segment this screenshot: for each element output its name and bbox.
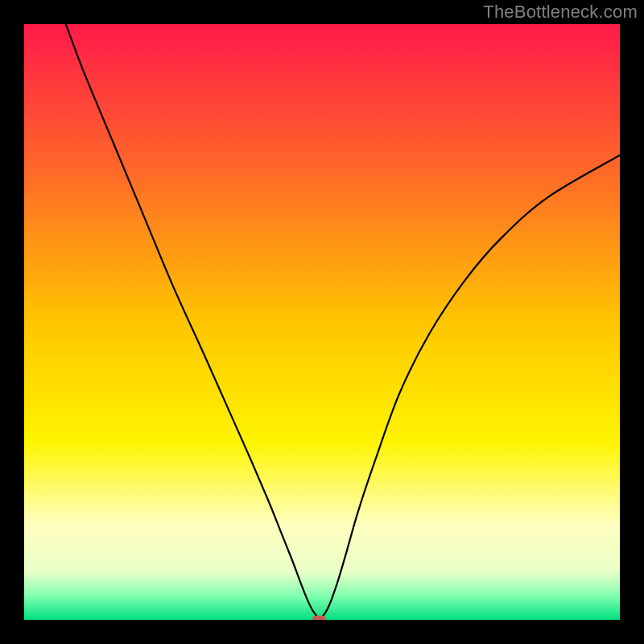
app-frame: TheBottleneck.com <box>0 0 644 644</box>
chart-background <box>24 24 620 620</box>
optimal-point-marker <box>312 616 325 620</box>
watermark-text: TheBottleneck.com <box>483 2 638 23</box>
plot-area <box>24 24 620 620</box>
chart-svg <box>24 24 620 620</box>
